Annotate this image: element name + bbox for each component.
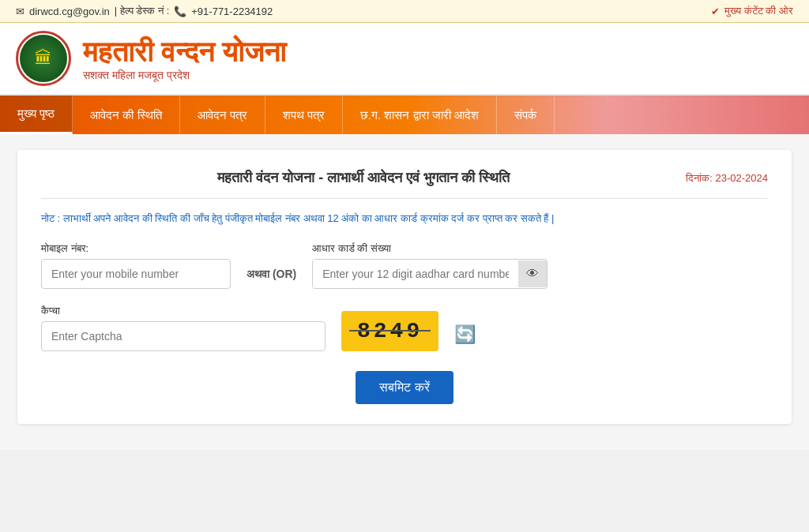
or-separator: अथवा (OR)	[246, 268, 296, 289]
main-content: महतारी वंदन योजना - लाभार्थी आवेदन एवं भ…	[0, 134, 809, 450]
form-card: महतारी वंदन योजना - लाभार्थी आवेदन एवं भ…	[17, 150, 792, 424]
nav-item-home[interactable]: मुख्य पृष्ठ	[0, 96, 73, 134]
captcha-label: कैप्चा	[41, 305, 325, 317]
refresh-captcha-button[interactable]: 🔄	[454, 324, 476, 351]
mobile-input[interactable]	[41, 259, 231, 289]
help-text: | हेल्प डेस्क नं :	[115, 5, 169, 17]
email-address: dirwcd.cg@gov.in	[29, 6, 110, 17]
phone-icon: 📞	[174, 6, 186, 17]
captcha-field-group: कैप्चा	[41, 305, 325, 351]
submit-button[interactable]: सबमिट करें	[356, 371, 453, 404]
envelope-icon: ✉	[16, 6, 24, 17]
main-content-link[interactable]: मुख्य कंटेंट की ओर	[724, 5, 793, 17]
mobile-label: मोबाइल नंबर:	[41, 242, 231, 255]
nav-item-orders[interactable]: छ.ग. शासन द्वारा जारी आदेश	[343, 96, 497, 134]
captcha-row: कैप्चा 8249 🔄	[41, 305, 768, 351]
nav-item-affidavit[interactable]: शपथ पत्र	[265, 96, 343, 134]
refresh-icon: 🔄	[454, 324, 476, 344]
captcha-input[interactable]	[41, 321, 325, 351]
form-date: दिनांक: 23-02-2024	[686, 172, 768, 185]
logo: 🏛	[16, 31, 71, 86]
divider	[41, 198, 768, 199]
site-header: 🏛 महतारी वन्दन योजना सशक्त महिला मजबूत प…	[0, 23, 809, 96]
main-nav: मुख्य पृष्ठ आवेदन की स्थिति आवेदन पत्र श…	[0, 96, 809, 134]
top-bar: ✉ dirwcd.cg@gov.in | हेल्प डेस्क नं : 📞 …	[0, 0, 809, 23]
aadhar-input-wrapper: 👁	[312, 259, 547, 289]
top-bar-right[interactable]: ✔ मुख्य कंटेंट की ओर	[711, 5, 793, 17]
submit-row: सबमिट करें	[41, 371, 768, 404]
eye-icon: 👁	[526, 267, 539, 281]
chevron-down-icon: ✔	[711, 6, 720, 17]
top-bar-left: ✉ dirwcd.cg@gov.in | हेल्प डेस्क नं : 📞 …	[16, 5, 273, 17]
nav-item-application[interactable]: आवेदन पत्र	[180, 96, 265, 134]
site-title: महतारी वन्दन योजना	[83, 36, 286, 69]
mobile-field-group: मोबाइल नंबर:	[41, 242, 231, 289]
main-fields-row: मोबाइल नंबर: अथवा (OR) आधार कार्ड की संख…	[41, 242, 768, 289]
header-text: महतारी वन्दन योजना सशक्त महिला मजबूत प्र…	[83, 36, 286, 82]
phone-number: +91-771-2234192	[191, 6, 273, 17]
form-title: महतारी वंदन योजना - लाभार्थी आवेदन एवं भ…	[41, 170, 686, 186]
aadhar-label: आधार कार्ड की संख्या	[312, 242, 547, 255]
note-text: नोट : लाभार्थी अपने आवेदन की स्थिति की ज…	[41, 211, 768, 227]
site-subtitle: सशक्त महिला मजबूत प्रदेश	[83, 69, 286, 82]
aadhar-field-group: आधार कार्ड की संख्या 👁	[312, 242, 547, 289]
aadhar-input[interactable]	[313, 260, 518, 288]
logo-emblem: 🏛	[20, 35, 67, 82]
form-title-row: महतारी वंदन योजना - लाभार्थी आवेदन एवं भ…	[41, 170, 768, 186]
toggle-visibility-button[interactable]: 👁	[518, 260, 547, 287]
captcha-image: 8249	[341, 311, 438, 351]
nav-item-status[interactable]: आवेदन की स्थिति	[73, 96, 179, 134]
nav-item-contact[interactable]: संपर्क	[497, 96, 555, 134]
